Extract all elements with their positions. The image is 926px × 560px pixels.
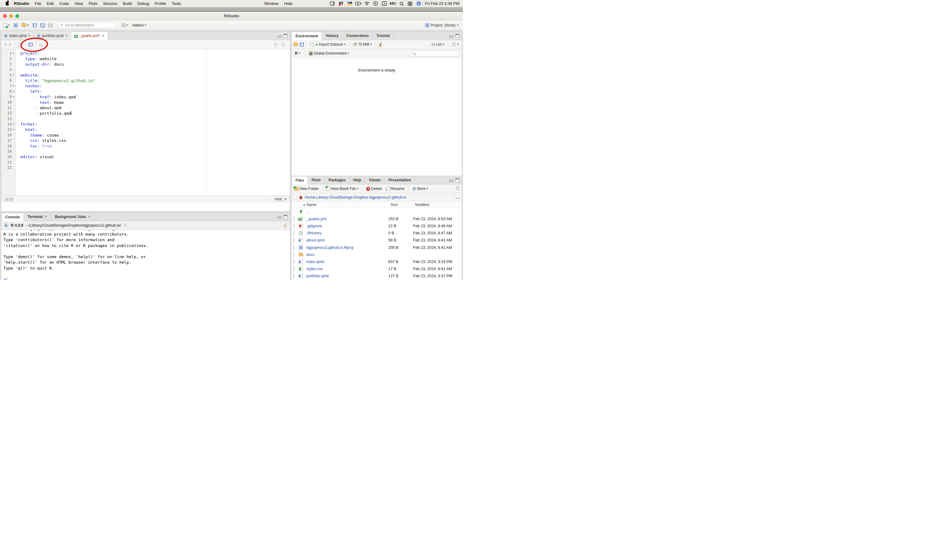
maximize-pane-icon[interactable] [283,215,287,219]
maximize-pane-icon[interactable] [283,34,287,38]
open-in-new-window-icon[interactable] [18,43,22,47]
menu-session[interactable]: Session [100,1,120,6]
save-button[interactable] [32,23,38,28]
close-tab-icon[interactable]: ✕ [65,33,68,38]
tab-tutorial[interactable]: Tutorial [373,32,393,40]
tab-packages[interactable]: Packages [325,176,350,184]
fold-arrow-icon[interactable]: ▼ [12,90,16,93]
file-row[interactable]: .Rhistory0 BFeb 23, 2024, 8:47 AM [292,230,462,237]
editor-tab-indexqmd[interactable]: index.qmd✕ [1,32,34,40]
code-editor[interactable]: 1▼2345▼67▼8▼9▼1011121314▼15▼161718192021… [1,49,290,195]
clear-environment-icon[interactable] [378,42,383,47]
fold-arrow-icon[interactable]: ▼ [12,123,16,125]
editor-tab-portfolioqmd[interactable]: portfolio.qmd✕ [34,32,71,40]
file-name[interactable]: styles.css [306,267,388,271]
tab-viewer[interactable]: Viewer [365,176,385,184]
fold-arrow-icon[interactable]: ▼ [12,74,16,77]
file-checkbox[interactable] [294,231,294,235]
tab-environment[interactable]: Environment [292,32,322,40]
environment-search-input[interactable] [410,50,459,56]
file-row[interactable]: about.qmd58 BFeb 23, 2024, 6:41 AM [292,237,462,244]
file-name[interactable]: index.qmd [306,260,388,264]
display-icon[interactable] [329,1,336,6]
goto-directory-icon[interactable] [123,223,127,227]
minimize-pane-icon[interactable] [449,180,454,182]
menu-tools[interactable]: Tools [169,1,183,6]
new-blank-file-button[interactable]: +New Blank File [325,186,359,192]
menu-edit[interactable]: Edit [44,1,56,6]
console-prompt-line[interactable]: > [3,276,290,280]
file-name[interactable]: portfolio.qmd [306,274,388,278]
forward-icon[interactable] [9,43,12,47]
close-tab-icon[interactable]: ✕ [44,214,47,219]
file-name[interactable]: .Rhistory [306,231,388,235]
play-icon[interactable] [372,1,380,6]
file-row[interactable]: docs [292,251,462,258]
fold-arrow-icon[interactable]: ▼ [12,96,16,98]
file-row[interactable]: index.qmd637 BFeb 23, 2024, 3:19 PM [292,258,462,265]
new-project-button[interactable]: R+ [13,23,19,28]
maximize-pane-icon[interactable] [455,178,459,182]
menubar-clock[interactable]: Fri Feb 23 3:39 PM [422,1,459,6]
scope-selector[interactable]: ▦ Global Environment [308,51,350,56]
tab-console[interactable]: Console [1,213,24,221]
file-name[interactable]: bgpopescu2.github.io.Rproj [306,246,388,250]
addins-button[interactable]: Addins [131,23,147,28]
sort-by-size-header[interactable]: Size [390,202,415,207]
app-menu[interactable]: RStudio [11,1,32,6]
open-file-button[interactable] [21,23,30,27]
refresh-environment-button[interactable] [451,42,460,47]
file-checkbox[interactable] [294,245,294,250]
minimize-pane-icon[interactable] [277,35,281,38]
print-button[interactable] [47,23,53,28]
menu-view[interactable]: View [71,1,86,6]
tab-plots[interactable]: Plots [308,176,324,184]
sort-by-name-header[interactable]: Name [292,202,390,207]
breadcrumb-home[interactable]: Home [305,195,315,199]
file-checkbox[interactable] [294,259,294,264]
control-center-icon[interactable] [407,1,414,6]
file-name[interactable]: .. [306,210,388,214]
menu-file[interactable]: File [32,1,44,6]
goto-file-input[interactable]: Go to file/function [57,22,116,29]
save-workspace-icon[interactable] [300,42,304,47]
file-row[interactable]: portfolio.qmd127 BFeb 23, 2024, 3:37 PM [292,273,462,280]
menu-profile[interactable]: Profile [152,1,169,6]
save-all-button[interactable] [39,23,45,28]
import-dataset-button[interactable]: ➜ Import Dataset [309,42,347,47]
jump-previous-icon[interactable] [273,42,278,47]
language-mode-selector[interactable]: YAML [271,196,289,202]
file-checkbox[interactable] [294,252,294,257]
load-workspace-icon[interactable] [294,43,298,46]
breadcrumb-bgpopescu2.github.io[interactable]: bgpopescu2.github.io [369,195,406,199]
file-name[interactable]: docs [306,252,388,257]
maximize-pane-icon[interactable] [455,34,459,38]
file-row[interactable]: .. [292,208,462,215]
fold-arrow-icon[interactable]: ▼ [12,128,16,131]
file-row[interactable]: Rbgpopescu2.github.io.Rproj205 BFeb 23, … [292,244,462,251]
select-all-checkbox[interactable] [294,196,297,199]
file-row[interactable]: .gitignore22 BFeb 23, 2024, 8:48 AM [292,222,462,229]
refresh-files-icon[interactable] [455,186,460,190]
more-button[interactable]: ⚙More [411,186,429,192]
delete-button[interactable]: ✕Delete [365,186,383,192]
menu-plots[interactable]: Plots [86,1,100,6]
tab-files[interactable]: Files [292,176,308,184]
tab-background-jobs[interactable]: Background Jobs✕ [51,213,95,221]
file-name[interactable]: .gitignore [306,224,388,228]
tab-help[interactable]: Help [350,176,365,184]
minimize-pane-icon[interactable] [449,35,454,38]
menu-help[interactable]: Help [281,1,295,6]
jump-next-icon[interactable] [281,42,286,47]
view-mode-button[interactable]: List [431,42,445,47]
file-checkbox[interactable] [294,238,294,243]
file-name[interactable]: _quarto.yml [306,217,388,221]
rename-button[interactable]: Rename [385,186,406,192]
breadcrumb-cloudstorage[interactable]: CloudStorage [329,195,353,199]
breadcrumb-library[interactable]: Library [316,195,328,199]
battery-icon[interactable] [355,1,362,6]
sort-by-modified-header[interactable]: Modified [415,202,462,207]
workspace-panes-button[interactable] [121,23,129,28]
language-selector[interactable]: R [294,51,301,56]
abc-label[interactable]: ABC [389,1,397,6]
